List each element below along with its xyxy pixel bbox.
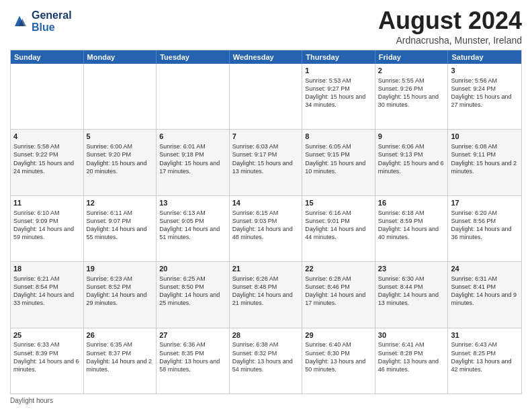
day-info: Sunrise: 6:26 AM Sunset: 8:48 PM Dayligh… [232,275,300,308]
day-number: 12 [87,198,154,208]
day-info: Sunrise: 6:10 AM Sunset: 9:09 PM Dayligh… [13,209,81,242]
calendar-cell [157,64,230,129]
calendar-cell: 12Sunrise: 6:11 AM Sunset: 9:07 PM Dayli… [84,196,157,261]
day-number: 13 [159,198,226,208]
day-number: 8 [305,132,372,142]
day-number: 6 [159,132,226,142]
location: Ardnacrusha, Munster, Ireland [378,35,522,46]
day-info: Sunrise: 6:03 AM Sunset: 9:17 PM Dayligh… [232,142,300,175]
calendar-cell [11,64,84,129]
day-number: 19 [87,264,154,274]
day-number: 15 [305,198,372,208]
calendar-cell: 16Sunrise: 6:18 AM Sunset: 8:59 PM Dayli… [375,196,449,261]
day-info: Sunrise: 6:08 AM Sunset: 9:11 PM Dayligh… [451,142,519,175]
day-number: 27 [159,330,226,340]
logo-text-line1: General [32,9,72,21]
day-number: 22 [305,264,372,274]
day-info: Sunrise: 5:53 AM Sunset: 9:27 PM Dayligh… [305,77,372,109]
day-info: Sunrise: 6:11 AM Sunset: 9:07 PM Dayligh… [87,209,154,242]
day-info: Sunrise: 6:35 AM Sunset: 8:37 PM Dayligh… [87,340,154,373]
day-info: Sunrise: 6:43 AM Sunset: 8:25 PM Dayligh… [451,340,519,373]
header-cell-wednesday: Wednesday [230,50,303,64]
calendar-cell: 2Sunrise: 5:55 AM Sunset: 9:26 PM Daylig… [375,64,449,129]
calendar-cell: 10Sunrise: 6:08 AM Sunset: 9:11 PM Dayli… [448,130,521,195]
day-info: Sunrise: 6:20 AM Sunset: 8:56 PM Dayligh… [451,209,519,242]
calendar-cell: 28Sunrise: 6:38 AM Sunset: 8:32 PM Dayli… [230,328,303,394]
day-info: Sunrise: 6:18 AM Sunset: 8:59 PM Dayligh… [378,209,445,242]
calendar-cell: 1Sunrise: 5:53 AM Sunset: 9:27 PM Daylig… [302,64,375,129]
day-number: 10 [451,132,519,142]
day-info: Sunrise: 6:38 AM Sunset: 8:32 PM Dayligh… [232,340,300,373]
calendar-cell: 11Sunrise: 6:10 AM Sunset: 9:09 PM Dayli… [11,196,84,261]
day-info: Sunrise: 6:00 AM Sunset: 9:20 PM Dayligh… [87,142,154,175]
day-number: 28 [232,330,300,340]
day-info: Sunrise: 5:55 AM Sunset: 9:26 PM Dayligh… [378,77,445,109]
day-number: 3 [451,66,519,76]
day-number: 24 [451,264,519,274]
month-title: August 2024 [378,7,522,35]
day-info: Sunrise: 6:15 AM Sunset: 9:03 PM Dayligh… [232,209,300,242]
calendar-cell: 5Sunrise: 6:00 AM Sunset: 9:20 PM Daylig… [84,130,157,195]
day-info: Sunrise: 6:31 AM Sunset: 8:41 PM Dayligh… [451,275,519,308]
calendar-cell: 18Sunrise: 6:21 AM Sunset: 8:54 PM Dayli… [11,262,84,327]
day-info: Sunrise: 5:56 AM Sunset: 9:24 PM Dayligh… [451,77,519,109]
calendar-cell: 6Sunrise: 6:01 AM Sunset: 9:18 PM Daylig… [157,130,230,195]
footer-note: Daylight hours [10,397,522,404]
day-info: Sunrise: 6:05 AM Sunset: 9:15 PM Dayligh… [305,142,372,175]
header-cell-monday: Monday [84,50,157,64]
calendar-cell: 19Sunrise: 6:23 AM Sunset: 8:52 PM Dayli… [84,262,157,327]
day-info: Sunrise: 6:33 AM Sunset: 8:39 PM Dayligh… [13,340,81,373]
calendar-cell: 4Sunrise: 5:58 AM Sunset: 9:22 PM Daylig… [11,130,84,195]
header: General Blue August 2024 Ardnacrusha, Mu… [10,7,522,46]
calendar-row: 1Sunrise: 5:53 AM Sunset: 9:27 PM Daylig… [11,64,521,129]
calendar-cell: 8Sunrise: 6:05 AM Sunset: 9:15 PM Daylig… [302,130,375,195]
calendar-cell [230,64,303,129]
calendar-row: 18Sunrise: 6:21 AM Sunset: 8:54 PM Dayli… [11,261,521,327]
day-info: Sunrise: 6:23 AM Sunset: 8:52 PM Dayligh… [87,275,154,308]
day-number: 18 [13,264,81,274]
day-info: Sunrise: 6:30 AM Sunset: 8:44 PM Dayligh… [378,275,445,308]
calendar-header: SundayMondayTuesdayWednesdayThursdayFrid… [11,50,521,64]
day-number: 25 [13,330,81,340]
logo-icon [10,12,29,31]
title-area: August 2024 Ardnacrusha, Munster, Irelan… [378,7,522,46]
calendar-row: 25Sunrise: 6:33 AM Sunset: 8:39 PM Dayli… [11,328,521,394]
header-cell-sunday: Sunday [11,50,84,64]
day-info: Sunrise: 6:13 AM Sunset: 9:05 PM Dayligh… [159,209,226,242]
header-cell-tuesday: Tuesday [157,50,230,64]
day-number: 5 [87,132,154,142]
day-info: Sunrise: 5:58 AM Sunset: 9:22 PM Dayligh… [13,142,81,175]
calendar-cell: 9Sunrise: 6:06 AM Sunset: 9:13 PM Daylig… [375,130,449,195]
day-number: 29 [305,330,372,340]
header-cell-friday: Friday [375,50,449,64]
day-number: 7 [232,132,300,142]
day-number: 26 [87,330,154,340]
day-info: Sunrise: 6:06 AM Sunset: 9:13 PM Dayligh… [378,142,445,175]
calendar-row: 4Sunrise: 5:58 AM Sunset: 9:22 PM Daylig… [11,129,521,195]
day-info: Sunrise: 6:28 AM Sunset: 8:46 PM Dayligh… [305,275,372,308]
calendar-body: 1Sunrise: 5:53 AM Sunset: 9:27 PM Daylig… [11,64,521,394]
day-info: Sunrise: 6:36 AM Sunset: 8:35 PM Dayligh… [159,340,226,373]
calendar: SundayMondayTuesdayWednesdayThursdayFrid… [10,50,522,394]
calendar-cell [84,64,157,129]
logo-text-line2: Blue [32,21,72,34]
day-info: Sunrise: 6:25 AM Sunset: 8:50 PM Dayligh… [159,275,226,308]
calendar-cell: 21Sunrise: 6:26 AM Sunset: 8:48 PM Dayli… [230,262,303,327]
header-cell-saturday: Saturday [448,50,521,64]
day-number: 20 [159,264,226,274]
day-number: 31 [451,330,519,340]
day-number: 14 [232,198,300,208]
calendar-cell: 24Sunrise: 6:31 AM Sunset: 8:41 PM Dayli… [448,262,521,327]
day-number: 21 [232,264,300,274]
header-cell-thursday: Thursday [302,50,375,64]
calendar-cell: 3Sunrise: 5:56 AM Sunset: 9:24 PM Daylig… [448,64,521,129]
calendar-cell: 23Sunrise: 6:30 AM Sunset: 8:44 PM Dayli… [375,262,449,327]
calendar-cell: 13Sunrise: 6:13 AM Sunset: 9:05 PM Dayli… [157,196,230,261]
day-number: 2 [378,66,445,76]
day-info: Sunrise: 6:01 AM Sunset: 9:18 PM Dayligh… [159,142,226,175]
calendar-cell: 25Sunrise: 6:33 AM Sunset: 8:39 PM Dayli… [11,328,84,394]
calendar-cell: 27Sunrise: 6:36 AM Sunset: 8:35 PM Dayli… [157,328,230,394]
calendar-cell: 30Sunrise: 6:41 AM Sunset: 8:28 PM Dayli… [375,328,449,394]
calendar-cell: 31Sunrise: 6:43 AM Sunset: 8:25 PM Dayli… [448,328,521,394]
day-info: Sunrise: 6:41 AM Sunset: 8:28 PM Dayligh… [378,340,445,373]
